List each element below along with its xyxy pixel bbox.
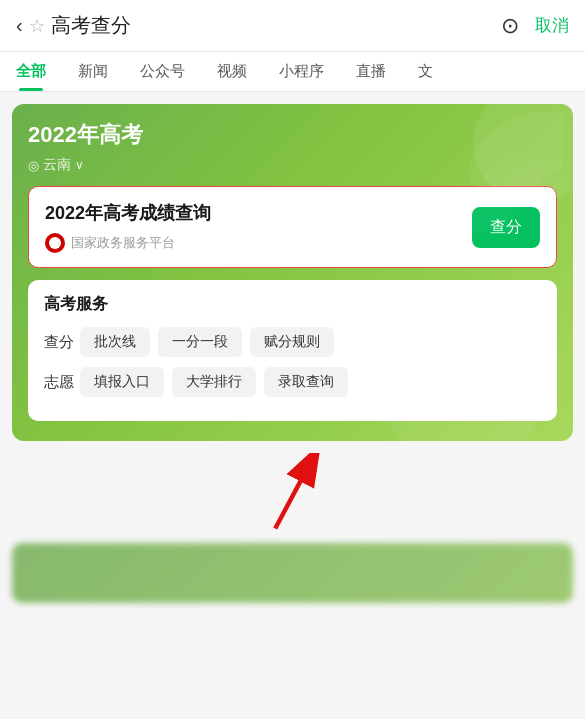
result-card-title: 2022年高考成绩查询 — [45, 201, 211, 225]
location-text: 云南 — [43, 156, 71, 174]
tab-text[interactable]: 文 — [402, 52, 449, 91]
services-section: 高考服务 查分 批次线 一分一段 赋分规则 志愿 填报入口 大学排行 录取查询 — [28, 280, 557, 421]
tab-mini[interactable]: 小程序 — [263, 52, 340, 91]
services-row-label-score: 查分 — [44, 333, 80, 352]
tab-bar: 全部 新闻 公众号 视频 小程序 直播 文 — [0, 52, 585, 92]
tag-luqu[interactable]: 录取查询 — [264, 367, 348, 397]
services-title: 高考服务 — [44, 294, 541, 315]
tag-daxue[interactable]: 大学排行 — [172, 367, 256, 397]
top-bar: ‹ ☆ 高考查分 ⊙ 取消 — [0, 0, 585, 52]
tag-tianbao[interactable]: 填报入口 — [80, 367, 164, 397]
star-icon[interactable]: ☆ — [29, 15, 45, 37]
top-bar-left: ‹ ☆ 高考查分 — [16, 12, 131, 39]
services-row-score: 查分 批次线 一分一段 赋分规则 — [44, 327, 541, 357]
leaf-decoration — [403, 112, 563, 242]
result-card-left: 2022年高考成绩查询 国家政务服务平台 — [45, 201, 211, 253]
tag-yifenyiduan[interactable]: 一分一段 — [158, 327, 242, 357]
tab-live[interactable]: 直播 — [340, 52, 402, 91]
main-content: 2022年高考 ◎ 云南 ∨ 2022年高考成绩查询 国家政务服务平台 查分 高… — [0, 92, 585, 615]
source-name: 国家政务服务平台 — [71, 234, 175, 252]
tab-official[interactable]: 公众号 — [124, 52, 201, 91]
tab-news[interactable]: 新闻 — [62, 52, 124, 91]
tab-video[interactable]: 视频 — [201, 52, 263, 91]
source-logo — [45, 233, 65, 253]
camera-icon[interactable]: ⊙ — [501, 13, 519, 39]
cancel-button[interactable]: 取消 — [535, 14, 569, 37]
banner-card: 2022年高考 ◎ 云南 ∨ 2022年高考成绩查询 国家政务服务平台 查分 高… — [12, 104, 573, 441]
chevron-down-icon[interactable]: ∨ — [75, 158, 84, 172]
location-icon: ◎ — [28, 158, 39, 173]
tag-fufen[interactable]: 赋分规则 — [250, 327, 334, 357]
services-tags-score: 批次线 一分一段 赋分规则 — [80, 327, 334, 357]
page-title: 高考查分 — [51, 12, 131, 39]
svg-line-4 — [275, 462, 311, 529]
tab-all[interactable]: 全部 — [0, 52, 62, 91]
back-button[interactable]: ‹ — [16, 14, 23, 37]
services-tags-zhiyuan: 填报入口 大学排行 录取查询 — [80, 367, 348, 397]
red-arrow — [12, 453, 573, 533]
services-row-label-zhiyuan: 志愿 — [44, 373, 80, 392]
source-logo-inner — [49, 237, 61, 249]
services-row-zhiyuan: 志愿 填报入口 大学排行 录取查询 — [44, 367, 541, 397]
result-card-source: 国家政务服务平台 — [45, 233, 211, 253]
top-bar-right: ⊙ 取消 — [501, 13, 569, 39]
bottom-blur-section — [12, 543, 573, 603]
tag-pici[interactable]: 批次线 — [80, 327, 150, 357]
